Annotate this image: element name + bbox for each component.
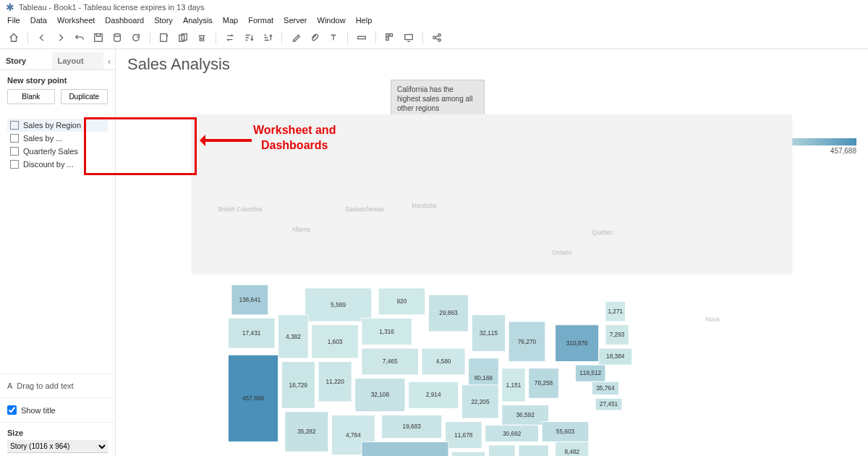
state-value-ND: 920 [396, 297, 407, 305]
svg-rect-7 [390, 33, 393, 36]
state-value-SC: 8,482 [564, 448, 579, 455]
present-icon[interactable] [401, 30, 417, 46]
clear-icon[interactable] [194, 30, 210, 46]
drag-to-add-text[interactable]: ADrag to add text [0, 373, 115, 397]
text-icon: A [7, 381, 12, 390]
state-value-TN: 30,662 [503, 430, 522, 437]
state-value-OK: 19,683 [403, 423, 422, 430]
window-title: Tableau - Book1 - Tableau license expire… [19, 3, 205, 12]
sheet-item-sales-by-region[interactable]: Sales by Region [7, 119, 108, 132]
new-data-icon[interactable] [109, 30, 125, 46]
window-title-bar: ✱ Tableau - Book1 - Tableau license expi… [0, 0, 868, 14]
sort-desc-icon[interactable] [260, 30, 276, 46]
state-value-NM: 4,784 [346, 431, 361, 439]
state-AL[interactable] [519, 445, 549, 456]
menu-worksheet[interactable]: Worksheet [57, 16, 95, 25]
tableau-logo-icon: ✱ [6, 1, 14, 13]
tab-story[interactable]: Story [0, 52, 52, 69]
state-value-IL: 80,166 [475, 374, 493, 381]
save-icon[interactable] [90, 30, 106, 46]
undo-icon[interactable] [72, 30, 88, 46]
state-value-KS: 2,914 [426, 391, 441, 398]
tab-layout[interactable]: Layout [52, 52, 104, 69]
size-label: Size [7, 428, 108, 437]
state-value-NV: 16,729 [289, 381, 308, 389]
show-title-checkbox[interactable] [7, 405, 17, 415]
menu-server[interactable]: Server [284, 16, 307, 25]
menu-window[interactable]: Window [318, 16, 346, 25]
new-story-point-label: New story point [0, 70, 115, 89]
duplicate-button[interactable]: Duplicate [61, 89, 109, 104]
forward-icon[interactable] [53, 30, 69, 46]
state-value-CA: 457,688 [242, 394, 264, 402]
worksheet-icon [10, 121, 19, 130]
menu-data[interactable]: Data [30, 16, 47, 25]
svg-rect-0 [95, 33, 103, 41]
annotation-arrow-icon [201, 139, 252, 142]
story-caption[interactable]: California has the highest sales among a… [391, 80, 485, 118]
fit-icon[interactable] [354, 30, 370, 46]
blank-button[interactable]: Blank [7, 89, 55, 104]
state-value-SD: 1,316 [379, 328, 394, 335]
svg-text:Saskatchewan: Saskatchewan [345, 206, 384, 213]
toolbar [0, 26, 868, 49]
state-value-OR: 17,431 [242, 329, 261, 337]
menu-story[interactable]: Story [154, 16, 173, 25]
state-LA[interactable] [452, 452, 485, 456]
menu-dashboard[interactable]: Dashboard [105, 16, 144, 25]
state-value-CT: 116,512 [579, 369, 601, 376]
state-MS[interactable] [488, 445, 515, 456]
svg-rect-8 [386, 38, 389, 41]
swap-icon[interactable] [222, 30, 238, 46]
show-me-icon[interactable] [382, 30, 398, 46]
menu-file[interactable]: File [7, 16, 20, 25]
state-value-AZ: 35,282 [297, 428, 316, 435]
state-value-NJ: 35,764 [596, 384, 615, 392]
state-value-AR: 11,678 [454, 431, 473, 439]
svg-point-10 [433, 36, 436, 39]
duplicate-icon[interactable] [175, 30, 191, 46]
attach-icon[interactable] [307, 30, 323, 46]
state-value-MA: 18,384 [606, 352, 625, 360]
home-icon[interactable] [6, 30, 22, 46]
state-value-WI: 32,115 [480, 329, 498, 337]
svg-rect-5 [358, 36, 366, 39]
state-value-WA: 138,641 [239, 296, 260, 303]
story-title[interactable]: Sales Analysis [127, 55, 856, 74]
svg-rect-9 [405, 34, 413, 39]
sheet-item-quarterly-sales[interactable]: Quarterly Sales [7, 145, 108, 158]
state-value-DE: 27,451 [600, 400, 618, 408]
state-TX[interactable] [362, 442, 448, 456]
menu-help[interactable]: Help [356, 16, 373, 25]
highlight-icon[interactable] [288, 30, 304, 46]
state-value-NC: 55,603 [556, 428, 575, 435]
show-title-toggle[interactable]: Show title [0, 397, 115, 422]
menu-map[interactable]: Map [223, 16, 238, 25]
svg-text:Quebec: Quebec [592, 229, 613, 236]
us-sales-map[interactable]: British Columbia Alberta Saskatchewan Ma… [116, 114, 868, 456]
state-value-NH: 7,293 [610, 331, 625, 338]
new-worksheet-icon[interactable] [156, 30, 172, 46]
state-value-MT: 5,589 [331, 301, 346, 308]
svg-point-1 [114, 33, 121, 36]
story-sidebar: Story Layout ‹ New story point Blank Dup… [0, 49, 116, 456]
state-value-IN: 1,151 [506, 381, 522, 389]
state-value-IA: 4,580 [436, 358, 451, 365]
text-icon[interactable] [326, 30, 341, 46]
worksheet-icon [10, 160, 19, 169]
state-value-WY: 1,603 [328, 338, 343, 345]
state-value-VT: 1,271 [608, 308, 623, 315]
sheet-item-sales-by[interactable]: Sales by ... [7, 132, 108, 145]
size-select[interactable]: Story (1016 x 964) [7, 440, 108, 453]
svg-point-12 [438, 38, 441, 41]
state-value-ID: 4,382 [286, 333, 301, 340]
refresh-icon[interactable] [128, 30, 144, 46]
menu-format[interactable]: Format [248, 16, 273, 25]
back-icon[interactable] [34, 30, 50, 46]
menu-analysis[interactable]: Analysis [183, 16, 213, 25]
sort-asc-icon[interactable] [241, 30, 257, 46]
svg-rect-2 [161, 33, 167, 41]
sheet-item-discount-by[interactable]: Discount by ... [7, 158, 108, 171]
share-icon[interactable] [429, 30, 445, 46]
collapse-sidebar-icon[interactable]: ‹ [103, 52, 115, 69]
